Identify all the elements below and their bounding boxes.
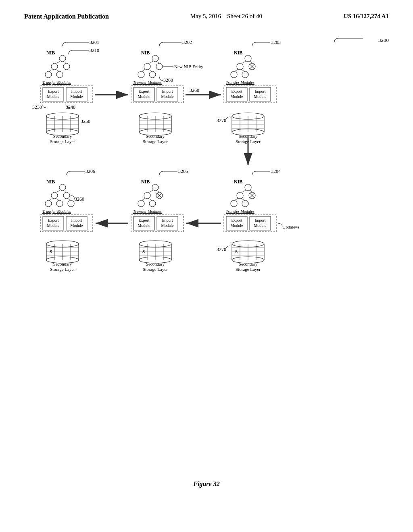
svg-point-152: [138, 200, 144, 207]
svg-line-191: [68, 198, 70, 200]
svg-text:3204: 3204: [271, 168, 281, 174]
patent-number: US 16/127,274 A1: [344, 13, 389, 20]
svg-text:3203: 3203: [271, 39, 281, 45]
header-center: May 5, 2016 Sheet 26 of 40: [190, 13, 262, 20]
svg-point-3: [59, 55, 66, 62]
svg-text:Module: Module: [161, 223, 174, 228]
svg-point-71: [245, 55, 251, 62]
svg-text:3270: 3270: [217, 118, 226, 123]
svg-text:Secondary: Secondary: [146, 134, 165, 139]
svg-line-157: [148, 198, 152, 200]
svg-point-186: [68, 200, 74, 207]
svg-text:New NIB Entity: New NIB Entity: [174, 64, 204, 69]
svg-text:Module: Module: [138, 223, 150, 228]
svg-point-37: [152, 55, 159, 62]
svg-text:Import: Import: [71, 218, 82, 222]
sheet-info: Sheet 26 of 40: [227, 13, 262, 19]
svg-text:Secondary: Secondary: [53, 262, 72, 266]
svg-text:Secondary: Secondary: [146, 262, 165, 266]
svg-text:Transfer Modules: Transfer Modules: [226, 209, 254, 214]
svg-text:3270: 3270: [217, 247, 226, 252]
svg-text:Module: Module: [254, 94, 267, 99]
svg-text:3260: 3260: [75, 196, 84, 202]
svg-line-119: [250, 190, 252, 192]
svg-text:Module: Module: [47, 223, 60, 228]
svg-line-189: [49, 198, 52, 200]
svg-text:Module: Module: [230, 223, 243, 228]
svg-line-43: [158, 61, 159, 63]
publication-date: May 5, 2016: [190, 13, 221, 19]
svg-point-6: [45, 71, 52, 78]
svg-text:Secondary: Secondary: [239, 262, 258, 266]
svg-text:3206: 3206: [86, 168, 95, 174]
svg-point-181: [59, 184, 66, 191]
svg-line-81: [241, 69, 244, 71]
svg-point-5: [63, 63, 70, 70]
svg-line-187: [56, 190, 60, 192]
svg-point-148: [144, 192, 150, 199]
svg-line-120: [235, 198, 238, 200]
svg-text:NIB: NIB: [141, 179, 150, 185]
svg-text:Storage Layer: Storage Layer: [143, 139, 168, 144]
svg-point-184: [45, 200, 52, 207]
svg-text:Import: Import: [254, 89, 265, 94]
svg-text:Transfer Modules: Transfer Modules: [226, 80, 254, 85]
svg-text:NIB: NIB: [141, 50, 150, 56]
svg-text:Module: Module: [254, 223, 267, 228]
svg-line-190: [56, 198, 59, 200]
svg-line-8: [56, 61, 60, 63]
figure-caption: Figure 32: [0, 480, 413, 488]
svg-text:Transfer Modules: Transfer Modules: [42, 80, 71, 85]
svg-text:Storage Layer: Storage Layer: [236, 267, 261, 272]
svg-point-4: [51, 63, 58, 70]
svg-text:Storage Layer: Storage Layer: [143, 267, 168, 272]
svg-text:Transfer Modules: Transfer Modules: [133, 80, 162, 85]
svg-point-183: [63, 192, 70, 199]
svg-text:3201: 3201: [90, 39, 99, 45]
svg-line-9: [65, 61, 67, 63]
svg-text:Storage Layer: Storage Layer: [50, 267, 75, 272]
svg-point-7: [56, 71, 63, 78]
svg-text:Export: Export: [231, 89, 242, 94]
svg-line-80: [235, 69, 238, 71]
svg-point-72: [237, 63, 243, 70]
svg-line-118: [242, 190, 246, 192]
diagram-area: 3200 3201 NIB 3210 Transfer Modules: [0, 24, 413, 492]
svg-point-40: [138, 71, 144, 78]
svg-point-76: [231, 71, 237, 78]
svg-point-185: [56, 200, 63, 207]
svg-line-155: [158, 190, 159, 192]
svg-line-44: [142, 69, 145, 71]
svg-text:NIB: NIB: [46, 50, 55, 56]
svg-line-121: [241, 198, 244, 200]
svg-text:Module: Module: [138, 94, 150, 99]
svg-point-182: [51, 192, 58, 199]
svg-point-112: [237, 192, 243, 199]
svg-text:Import: Import: [162, 218, 173, 222]
svg-line-78: [242, 61, 246, 63]
svg-text:Storage Layer: Storage Layer: [50, 139, 75, 144]
svg-point-147: [152, 184, 159, 191]
svg-text:NIB: NIB: [234, 50, 242, 56]
svg-text:Module: Module: [70, 223, 83, 228]
svg-point-39: [156, 63, 163, 70]
svg-point-153: [149, 200, 156, 207]
svg-text:Import: Import: [254, 218, 265, 222]
svg-point-111: [245, 184, 251, 191]
svg-line-42: [149, 61, 153, 63]
publication-title: Patent Application Publication: [24, 13, 109, 20]
svg-point-116: [231, 200, 237, 207]
svg-text:S: S: [142, 249, 145, 254]
svg-text:3240: 3240: [66, 104, 75, 110]
svg-point-77: [242, 71, 248, 78]
svg-text:Export: Export: [138, 89, 149, 94]
svg-text:3260: 3260: [163, 77, 173, 83]
svg-text:Update=s: Update=s: [282, 224, 299, 229]
svg-line-10: [49, 69, 52, 71]
svg-text:3250: 3250: [81, 118, 90, 124]
svg-text:Export: Export: [231, 218, 242, 222]
svg-text:Import: Import: [162, 89, 173, 94]
svg-point-41: [149, 71, 156, 78]
svg-text:Export: Export: [138, 218, 149, 222]
svg-line-79: [250, 61, 252, 63]
